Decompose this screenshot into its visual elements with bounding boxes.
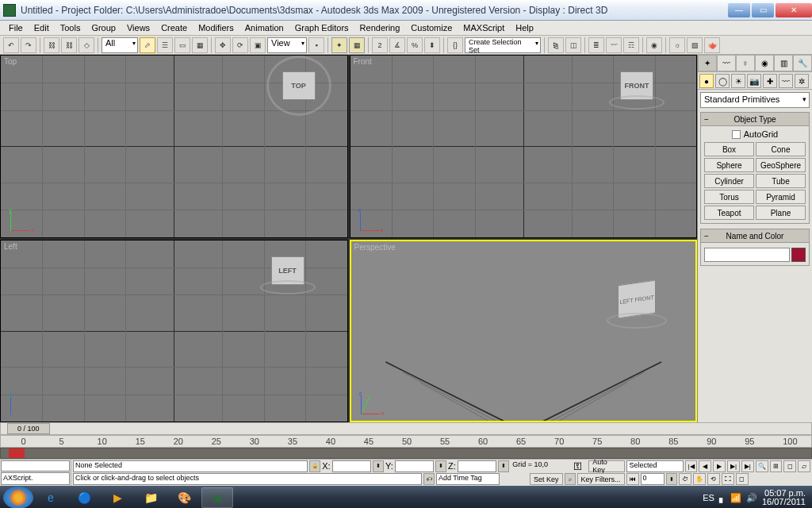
scale-button[interactable]: ▣ xyxy=(250,37,266,53)
maximize-button[interactable]: ▭ xyxy=(752,3,774,17)
menu-create[interactable]: Create xyxy=(155,21,193,34)
bind-button[interactable]: ◇ xyxy=(79,37,94,53)
y-spinner[interactable]: ⬍ xyxy=(435,460,446,472)
menu-help[interactable]: Help xyxy=(510,21,539,34)
prev-frame-button[interactable]: ◀ xyxy=(699,460,711,472)
nav-fov-button[interactable]: ▱ xyxy=(798,460,810,472)
primitive-category-combo[interactable]: Standard Primitives xyxy=(700,92,810,108)
btn-plane[interactable]: Plane xyxy=(756,206,806,220)
goto-end-button[interactable]: ▶| xyxy=(741,460,754,472)
tray-flag-icon[interactable]: ▖ xyxy=(719,493,726,503)
tray-volume-icon[interactable]: 🔊 xyxy=(746,493,757,503)
rollout-object-type[interactable]: Object Type xyxy=(700,112,810,126)
time-ruler[interactable]: 0510152025303540455055606570758085909510… xyxy=(0,435,812,448)
menu-animation[interactable]: Animation xyxy=(239,21,289,34)
sub-cameras[interactable]: 📷 xyxy=(747,74,761,88)
menu-modifiers[interactable]: Modifiers xyxy=(193,21,239,34)
autogrid-checkbox[interactable]: AutoGrid xyxy=(704,129,806,139)
tab-modify[interactable]: 〰 xyxy=(717,55,736,71)
sub-shapes[interactable]: ◯ xyxy=(715,74,730,88)
sub-space-warps[interactable]: 〰 xyxy=(779,74,793,88)
pivot-button[interactable]: ▪ xyxy=(308,37,324,53)
menu-customize[interactable]: Customize xyxy=(405,21,458,34)
sub-geometry[interactable]: ● xyxy=(699,74,714,88)
y-input[interactable] xyxy=(395,460,434,472)
object-name-input[interactable] xyxy=(704,248,790,262)
sub-systems[interactable]: ✲ xyxy=(795,74,809,88)
time-slider-thumb[interactable]: 0 / 100 xyxy=(7,423,50,434)
menu-file[interactable]: File xyxy=(3,21,29,34)
nav-max-toggle-button[interactable]: ⛶ xyxy=(722,473,734,485)
frame-spinner[interactable]: ⬍ xyxy=(666,473,677,485)
selection-filter-combo[interactable]: All xyxy=(102,37,138,53)
track-marker[interactable] xyxy=(9,448,25,458)
btn-sphere[interactable]: Sphere xyxy=(704,158,754,172)
keymode-button[interactable]: ⏮ xyxy=(626,473,639,485)
add-time-tag[interactable]: Add Time Tag xyxy=(436,473,500,485)
tray-lang[interactable]: ES xyxy=(703,493,714,502)
tab-create[interactable]: ✦ xyxy=(698,55,717,71)
render-button[interactable]: 🫖 xyxy=(704,37,720,53)
window-crossing-button[interactable]: ▦ xyxy=(192,37,208,53)
close-button[interactable]: ✕ xyxy=(776,3,812,17)
nav-pan-button[interactable]: ✋ xyxy=(693,473,706,485)
named-sel-button[interactable]: {} xyxy=(447,37,463,53)
goto-start-button[interactable]: |◀ xyxy=(685,460,698,472)
sub-helpers[interactable]: ✚ xyxy=(763,74,777,88)
x-spinner[interactable]: ⬍ xyxy=(373,460,384,472)
task-paint[interactable]: 🎨 xyxy=(168,487,200,508)
tray-clock[interactable]: 05:07 p.m. 16/07/2011 xyxy=(762,489,806,506)
named-selection-combo[interactable]: Create Selection Set xyxy=(465,37,541,53)
ref-coord-combo[interactable]: View xyxy=(267,37,307,53)
btn-box[interactable]: Box xyxy=(704,142,754,156)
select-region-button[interactable]: ▭ xyxy=(174,37,190,53)
viewport-front[interactable]: Front FRONT xz xyxy=(350,55,698,238)
rotate-button[interactable]: ⟳ xyxy=(232,37,248,53)
spinner-snap-button[interactable]: ⬍ xyxy=(424,37,440,53)
task-folder[interactable]: 📁 xyxy=(135,487,167,508)
next-frame-button[interactable]: ▶| xyxy=(727,460,740,472)
mirror-button[interactable]: ⧎ xyxy=(548,37,564,53)
menu-rendering[interactable]: Rendering xyxy=(354,21,406,34)
unlink-button[interactable]: ⛓ xyxy=(61,37,77,53)
schematic-button[interactable]: ☶ xyxy=(623,37,639,53)
viewport-left[interactable]: Left LEFT yz xyxy=(0,240,348,423)
menu-tools[interactable]: Tools xyxy=(55,21,86,34)
track-bar[interactable] xyxy=(0,448,812,459)
menu-views[interactable]: Views xyxy=(121,21,155,34)
snap-2d-button[interactable]: 2 xyxy=(372,37,388,53)
render-setup-button[interactable]: ☼ xyxy=(669,37,685,53)
task-media[interactable]: ▶ xyxy=(102,487,133,508)
x-input[interactable] xyxy=(332,460,371,472)
z-spinner[interactable]: ⬍ xyxy=(498,460,509,472)
viewcube-front[interactable]: FRONT xyxy=(609,71,665,110)
redo-button[interactable]: ↷ xyxy=(21,37,36,53)
rollout-name-color[interactable]: Name and Color xyxy=(700,229,810,243)
align-button[interactable]: ◫ xyxy=(565,37,581,53)
viewport-perspective[interactable]: Perspective LEFT FRONT xz xyxy=(350,240,698,423)
setkey-button[interactable]: Set Key xyxy=(530,473,563,485)
select-button[interactable]: ⬀ xyxy=(140,37,155,53)
keyboard-shortcut-button[interactable]: ▦ xyxy=(349,37,365,53)
task-ie[interactable]: e xyxy=(35,487,67,508)
select-name-button[interactable]: ☰ xyxy=(157,37,173,53)
task-chrome[interactable]: 🔵 xyxy=(68,487,100,508)
tab-display[interactable]: ▥ xyxy=(774,55,793,71)
nav-zoom-ext-button[interactable]: ◻ xyxy=(783,460,796,472)
z-input[interactable] xyxy=(458,460,496,472)
nav-orbit-button[interactable]: ⟲ xyxy=(707,473,720,485)
btn-cone[interactable]: Cone xyxy=(756,142,806,156)
link-button[interactable]: ⛓ xyxy=(44,37,59,53)
viewport-top[interactable]: Top TOP xy xyxy=(0,55,348,238)
layers-button[interactable]: ≣ xyxy=(588,37,604,53)
time-config-button[interactable]: ⏱ xyxy=(679,473,691,485)
btn-pyramid[interactable]: Pyramid xyxy=(756,190,806,204)
nav-zoom-button[interactable]: 🔍 xyxy=(756,460,768,472)
task-3dsmax[interactable]: ▣ xyxy=(201,487,233,508)
time-tag-icon[interactable]: 🏷 xyxy=(423,473,435,485)
curve-editor-button[interactable]: 〰 xyxy=(606,37,622,53)
nav-extra-button[interactable]: ◻ xyxy=(736,473,749,485)
undo-button[interactable]: ↶ xyxy=(3,37,19,53)
viewcube-perspective[interactable]: LEFT FRONT xyxy=(618,283,667,329)
play-button[interactable]: ▶ xyxy=(713,460,726,472)
